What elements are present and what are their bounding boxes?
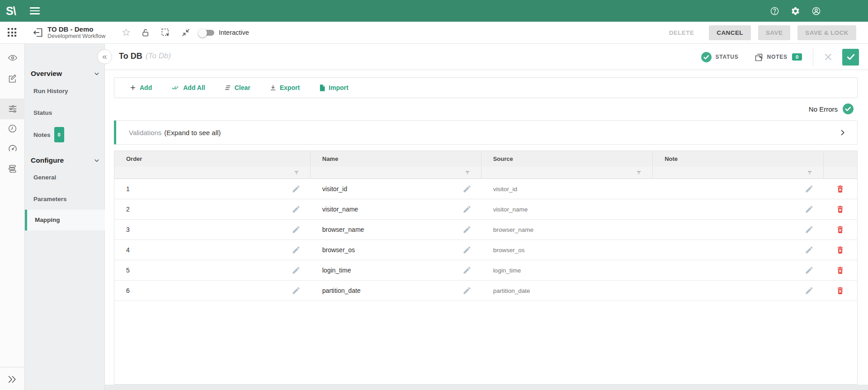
help-icon[interactable] xyxy=(770,6,779,16)
nav-item-status[interactable]: Status xyxy=(25,106,105,120)
add-all-button[interactable]: Add All xyxy=(171,84,205,91)
clear-button[interactable]: Clear xyxy=(224,84,250,91)
select-area-icon[interactable] xyxy=(160,22,171,43)
edit-compose-icon[interactable] xyxy=(0,68,25,89)
row-order-value: 6 xyxy=(126,287,130,294)
cancel-button[interactable]: CANCEL xyxy=(709,25,751,40)
row-name-value: browser_name xyxy=(322,226,364,233)
export-download-icon xyxy=(269,84,277,91)
notes-chip[interactable]: NOTES 0 xyxy=(754,52,802,62)
column-header-source: Source xyxy=(481,151,653,167)
nav-item-parameters[interactable]: Parameters xyxy=(25,193,105,206)
interactive-toggle-label: Interactive xyxy=(219,22,249,43)
status-check-icon xyxy=(701,52,712,63)
edit-order-icon[interactable] xyxy=(292,205,301,214)
column-header-name: Name xyxy=(311,151,481,167)
chevron-down-icon xyxy=(94,157,100,164)
edit-note-icon[interactable] xyxy=(805,286,814,295)
nav-item-run-history[interactable]: Run History xyxy=(25,85,105,98)
add-label: Add xyxy=(140,84,152,91)
edit-note-icon[interactable] xyxy=(805,225,814,234)
step-header: « To DB (To Db) STATUS xyxy=(105,44,868,70)
export-button[interactable]: Export xyxy=(269,84,300,91)
nav-item-general[interactable]: General xyxy=(25,171,105,184)
table-row: 5 login_time login_time xyxy=(114,260,857,281)
collapse-view-icon[interactable] xyxy=(181,22,191,43)
edit-order-icon[interactable] xyxy=(292,225,301,234)
expand-rail-icon[interactable] xyxy=(6,374,18,387)
pipeline-config-icon[interactable] xyxy=(0,99,25,119)
confirm-step-button[interactable] xyxy=(842,49,859,66)
dashboard-gauge-icon[interactable] xyxy=(0,138,25,159)
interactive-toggle[interactable] xyxy=(199,30,214,36)
table-row: 2 visitor_name visitor_name xyxy=(114,199,857,220)
edit-name-icon[interactable] xyxy=(462,245,472,254)
hamburger-menu-icon[interactable] xyxy=(30,7,40,14)
table-row: 3 browser_name browser_name xyxy=(114,220,857,240)
edit-order-icon[interactable] xyxy=(292,266,301,275)
validations-panel[interactable]: Validations (Expand to see all) xyxy=(114,120,858,145)
row-source-value: login_time xyxy=(493,267,521,274)
row-order-value: 4 xyxy=(126,246,130,254)
workflow-toolbar: TO DB - Demo Development Workflow xyxy=(0,22,868,44)
delete-row-icon[interactable] xyxy=(836,205,844,214)
edit-order-icon[interactable] xyxy=(292,245,301,254)
nav-item-notes[interactable]: Notes0 xyxy=(25,127,105,141)
filter-icon-note[interactable] xyxy=(806,169,813,176)
row-source-value: visitor_name xyxy=(493,206,528,213)
filter-icon-name[interactable] xyxy=(464,169,471,176)
filter-icon-source[interactable] xyxy=(635,169,642,176)
nav-section-overview[interactable]: Overview xyxy=(25,67,105,80)
row-order-value: 2 xyxy=(126,206,130,213)
delete-row-icon[interactable] xyxy=(836,246,844,254)
apps-grid-icon[interactable] xyxy=(8,28,17,37)
delete-button[interactable]: DELETE xyxy=(661,25,702,40)
notes-count-badge: 0 xyxy=(54,127,64,142)
edit-name-icon[interactable] xyxy=(462,225,472,234)
delete-row-icon[interactable] xyxy=(836,226,844,234)
edit-name-icon[interactable] xyxy=(462,286,472,295)
import-button[interactable]: Import xyxy=(319,84,349,92)
header-notes-badge: 0 xyxy=(792,53,802,61)
table-row: 1 visitor_id visitor_id xyxy=(114,179,857,199)
favorite-star-icon[interactable] xyxy=(121,22,131,43)
main-content: « To DB (To Db) STATUS xyxy=(105,44,868,390)
delete-row-icon[interactable] xyxy=(836,266,844,275)
edit-name-icon[interactable] xyxy=(462,266,472,275)
chevron-down-icon xyxy=(94,70,100,77)
table-row: 6 partition_date partition_date xyxy=(114,281,857,301)
nav-section-configure[interactable]: Configure xyxy=(25,154,105,167)
plus-icon xyxy=(129,84,137,91)
history-clock-icon[interactable] xyxy=(0,118,25,139)
unlock-icon[interactable] xyxy=(141,22,150,43)
chevron-right-icon[interactable] xyxy=(839,129,846,136)
app-window: S\ xyxy=(0,0,868,390)
delete-row-icon[interactable] xyxy=(836,287,844,295)
edit-order-icon[interactable] xyxy=(292,286,301,295)
settings-gear-icon[interactable] xyxy=(791,6,800,16)
nav-item-mapping[interactable]: Mapping xyxy=(25,213,105,227)
edit-name-icon[interactable] xyxy=(462,184,472,193)
edit-note-icon[interactable] xyxy=(805,205,814,214)
step-subtitle: (To Db) xyxy=(146,52,171,61)
edit-note-icon[interactable] xyxy=(805,245,814,254)
edit-name-icon[interactable] xyxy=(462,205,472,214)
save-and-lock-button[interactable]: SAVE & LOCK xyxy=(797,25,856,40)
database-layers-icon[interactable] xyxy=(0,158,25,179)
filter-icon-order[interactable] xyxy=(293,169,300,176)
delete-row-icon[interactable] xyxy=(836,185,844,193)
icon-rail xyxy=(0,44,25,390)
preview-eye-icon[interactable] xyxy=(0,47,25,68)
exit-workflow-icon[interactable] xyxy=(33,22,43,43)
status-chip[interactable]: STATUS xyxy=(701,52,739,63)
edit-order-icon[interactable] xyxy=(292,184,301,193)
edit-note-icon[interactable] xyxy=(805,266,814,275)
save-button[interactable]: SAVE xyxy=(758,25,790,40)
account-icon[interactable] xyxy=(811,6,821,16)
no-errors-row: No Errors xyxy=(114,99,858,119)
close-step-icon[interactable] xyxy=(822,51,834,63)
add-button[interactable]: Add xyxy=(129,84,152,91)
collapse-panel-button[interactable]: « xyxy=(97,49,112,64)
rail-divider xyxy=(0,367,25,367)
edit-note-icon[interactable] xyxy=(805,184,814,193)
